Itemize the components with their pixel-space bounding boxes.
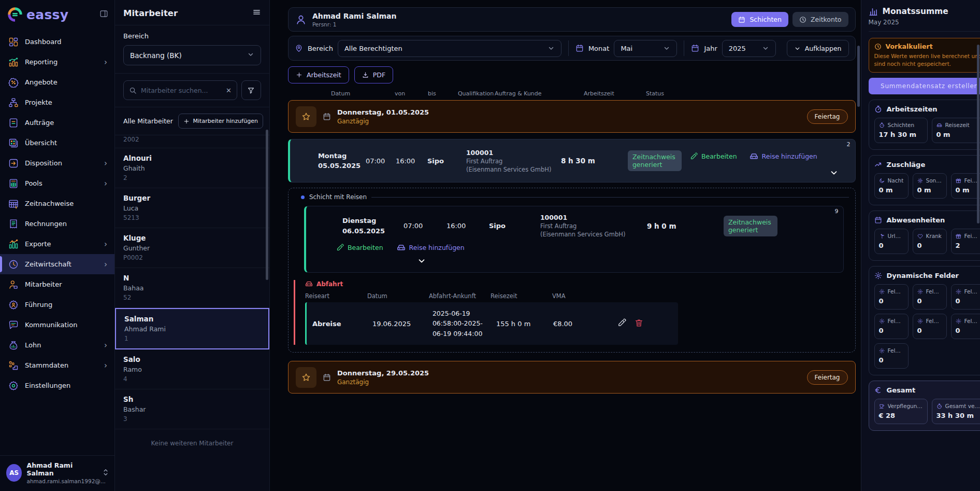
sidebar-item-projekte[interactable]: Projekte	[0, 92, 114, 113]
add-trip-link[interactable]: Reise hinzufügen	[397, 243, 465, 252]
sidebar-item-angebote[interactable]: Angebote	[0, 72, 114, 92]
employee-list-item[interactable]: N Bahaa 52	[115, 268, 269, 308]
all-employees-label: Alle Mitarbeiter	[123, 117, 173, 125]
status-badge: Zeitnachweis generiert	[724, 216, 777, 236]
section-icon	[874, 105, 882, 113]
sidebar-item-reporting[interactable]: Reporting›	[0, 52, 114, 72]
summary-section: Abwesenheiten Urla… 0 Krank 0	[869, 211, 980, 261]
shift-actions: 2 Bearbeiten Reise hinzufügen	[689, 139, 855, 182]
add-arbeitszeit-button[interactable]: Arbeitszeit	[288, 66, 349, 83]
sidebar-item-uebersicht[interactable]: Übersicht	[0, 133, 114, 153]
pencil-icon	[336, 244, 344, 251]
page-scrollbar[interactable]	[977, 45, 979, 223]
shift-row-tuesday[interactable]: 9 Dienstag 06.05.2025 07:00 16:00 Sipo 1…	[304, 206, 844, 273]
warning-text: Diese Werte werden live berechnet und si…	[874, 52, 980, 67]
column-header: von	[395, 90, 405, 97]
pdf-label: PDF	[373, 71, 385, 79]
feiertag-badge[interactable]: Feiertag	[807, 370, 848, 385]
sidebar-item-lohn[interactable]: Lohn›	[0, 335, 114, 355]
employee-last-name: Alnouri	[123, 154, 261, 162]
summary-tile: Gesamt vergütete … 33 h 30 m	[932, 399, 980, 424]
filter-bereich-select[interactable]: Alle Berechtigten	[338, 40, 561, 57]
menu-icon[interactable]	[252, 8, 261, 18]
search-input[interactable]	[141, 87, 222, 94]
edit-shift-link[interactable]: Bearbeiten	[336, 243, 383, 252]
sidebar-item-einstellungen[interactable]: Einstellungen	[0, 375, 114, 396]
order-name: First Auftrag	[540, 222, 647, 230]
pools-icon	[8, 178, 19, 189]
sidebar-item-auftraege[interactable]: Aufträge	[0, 113, 114, 133]
add-employee-button[interactable]: Mitarbeiter hinzufügen	[178, 114, 263, 129]
employee-first-name: Ramo	[123, 366, 261, 373]
aufklappen-button[interactable]: Aufklappen	[787, 40, 849, 57]
tile-value: € 28	[879, 412, 923, 419]
employee-header-card: Ahmad Rami Salman Persnr: 1 Schichten Ze…	[288, 7, 856, 32]
sidebar-item-zeitwirtschaft[interactable]: Zeitwirtschaft›	[0, 254, 114, 274]
delete-travel-icon[interactable]	[635, 318, 643, 329]
employee-list-item-partial[interactable]: 2002	[115, 135, 269, 148]
sidebar-item-pools[interactable]: Pools›	[0, 173, 114, 193]
holiday-row[interactable]: Donnerstag, 29.05.2025 Ganztägig Feierta…	[288, 361, 856, 394]
tab-schichten[interactable]: Schichten	[731, 12, 788, 27]
tile-value: 2	[956, 242, 980, 249]
shift-row-monday[interactable]: Montag 05.05.2025 07:00 16:00 Sipo 10000…	[288, 139, 856, 183]
sidebar-item-fuehrung[interactable]: Führung	[0, 294, 114, 315]
sidebar-item-exporte[interactable]: Exporte›	[0, 234, 114, 254]
summary-tile: Feld tem… 0	[951, 314, 980, 339]
calendar-icon	[691, 44, 699, 52]
tile-label: Feier…	[964, 233, 980, 239]
section-icon	[874, 216, 882, 224]
summary-month: May 2025	[869, 19, 980, 26]
sidebar-item-disposition[interactable]: Disposition›	[0, 153, 114, 173]
employee-list-item[interactable]: Alnouri Ghaith 2	[115, 148, 269, 188]
chevron-down-icon	[247, 51, 254, 60]
filter-jahr-select[interactable]: 2025	[722, 40, 776, 57]
sidebar-item-label: Lohn	[25, 341, 98, 349]
employee-list-item[interactable]: Salman Ahmad Rami 1	[115, 308, 269, 349]
tile-label: Reisezeit	[945, 122, 970, 128]
pin-icon	[295, 44, 303, 52]
pdf-button[interactable]: PDF	[354, 66, 393, 83]
shift-with-trips-group: Schicht mit Reisen 9 Dienstag 06.05.2025…	[288, 188, 856, 353]
travel-row[interactable]: Abreise 19.06.2025 2025-06-19 06:58:00-2…	[305, 302, 678, 345]
tile-value: 0	[917, 327, 942, 334]
employee-list-item[interactable]: Burger Luca 5213	[115, 188, 269, 228]
sidebar-item-mitarbeiter[interactable]: Mitarbeiter	[0, 274, 114, 294]
edit-travel-icon[interactable]	[617, 318, 626, 329]
user-menu[interactable]: AS Ahmad Rami Salman ahmad.rami.salman19…	[0, 455, 114, 491]
shift-qualification: Sipo	[427, 157, 466, 165]
tile-label: Feld mole…	[964, 288, 980, 294]
sidebar-item-kommunikation[interactable]: Kommunikation	[0, 315, 114, 335]
employee-list-item[interactable]: Sh Bashar 3	[115, 389, 269, 429]
tile-icon	[956, 318, 961, 324]
add-trip-link[interactable]: Reise hinzufügen	[750, 152, 817, 161]
create-summary-button[interactable]: Summendatensatz erstellen	[869, 78, 980, 94]
employee-first-name: Bashar	[123, 405, 261, 413]
zeitwirtschaft-icon	[8, 259, 19, 270]
employee-list-scrollbar[interactable]	[266, 130, 268, 280]
feiertag-badge[interactable]: Feiertag	[807, 109, 848, 124]
clear-search-icon[interactable]: ✕	[226, 87, 232, 94]
sidebar-item-rechnungen[interactable]: Rechnungen	[0, 214, 114, 234]
employee-list-item[interactable]: Kluge Gunther P0002	[115, 228, 269, 268]
sidebar-item-dashboard[interactable]: Dashboard	[0, 32, 114, 52]
tab-zeitkonto[interactable]: Zeitkonto	[792, 12, 848, 27]
uebersicht-icon	[8, 138, 19, 148]
group-dot-icon	[301, 195, 305, 199]
tile-icon	[936, 403, 942, 409]
filter-monat-select[interactable]: Mai	[614, 40, 677, 57]
holiday-row[interactable]: Donnerstag, 01.05.2025 Ganztägig Feierta…	[288, 100, 856, 133]
filter-button[interactable]	[241, 80, 261, 100]
auftraege-icon	[8, 118, 19, 128]
add-trip-label: Reise hinzufügen	[409, 244, 465, 251]
edit-shift-link[interactable]: Bearbeiten	[690, 152, 737, 160]
employee-list-item[interactable]: Salo Ramo 4	[115, 349, 269, 389]
sidebar-item-zeitnachweise[interactable]: Zeitnachweise	[0, 193, 114, 214]
content-scrollbar[interactable]	[857, 46, 860, 107]
tile-label: Feld ut	[888, 347, 904, 354]
sidebar-item-stammdaten[interactable]: Stammdaten›	[0, 355, 114, 375]
collapse-chevron-icon[interactable]	[417, 256, 428, 267]
sidebar-collapse-icon[interactable]	[99, 9, 108, 20]
expand-chevron-icon[interactable]	[829, 168, 839, 179]
bereich-select[interactable]: Backnang (BK)	[123, 45, 261, 65]
